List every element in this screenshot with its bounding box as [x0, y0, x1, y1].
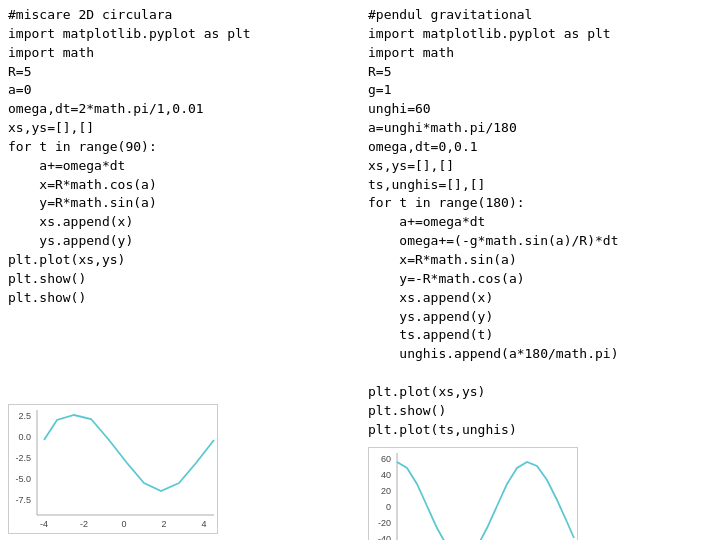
svg-text:-40: -40	[378, 534, 391, 540]
left-code: #miscare 2D circulara import matplotlib.…	[8, 6, 352, 308]
svg-text:2: 2	[161, 519, 166, 529]
svg-text:-7.5: -7.5	[15, 495, 31, 505]
right-svg: 60 40 20 0 -20 -40 -60 0 25 50 75 100 12…	[369, 448, 579, 540]
svg-text:0: 0	[386, 502, 391, 512]
right-code: #pendul gravitational import matplotlib.…	[368, 6, 712, 439]
main-container: #miscare 2D circulara import matplotlib.…	[0, 0, 720, 540]
svg-text:0: 0	[121, 519, 126, 529]
right-chart-area: 60 40 20 0 -20 -40 -60 0 25 50 75 100 12…	[368, 447, 712, 540]
left-column: #miscare 2D circulara import matplotlib.…	[0, 0, 360, 540]
left-chart-area: 2.5 0.0 -2.5 -5.0 -7.5 -4 -2 0 2 4	[8, 316, 352, 535]
right-column: #pendul gravitational import matplotlib.…	[360, 0, 720, 540]
left-svg: 2.5 0.0 -2.5 -5.0 -7.5 -4 -2 0 2 4	[9, 405, 219, 535]
svg-text:-2: -2	[80, 519, 88, 529]
svg-text:4: 4	[201, 519, 206, 529]
svg-text:-20: -20	[378, 518, 391, 528]
svg-text:20: 20	[381, 486, 391, 496]
svg-text:2.5: 2.5	[18, 411, 31, 421]
svg-text:-5.0: -5.0	[15, 474, 31, 484]
svg-text:60: 60	[381, 454, 391, 464]
left-chart-line	[44, 415, 214, 491]
svg-text:-4: -4	[40, 519, 48, 529]
left-chart: 2.5 0.0 -2.5 -5.0 -7.5 -4 -2 0 2 4	[8, 404, 218, 534]
svg-text:0.0: 0.0	[18, 432, 31, 442]
right-chart-line	[397, 462, 574, 540]
svg-text:40: 40	[381, 470, 391, 480]
right-chart: 60 40 20 0 -20 -40 -60 0 25 50 75 100 12…	[368, 447, 578, 540]
svg-text:-2.5: -2.5	[15, 453, 31, 463]
